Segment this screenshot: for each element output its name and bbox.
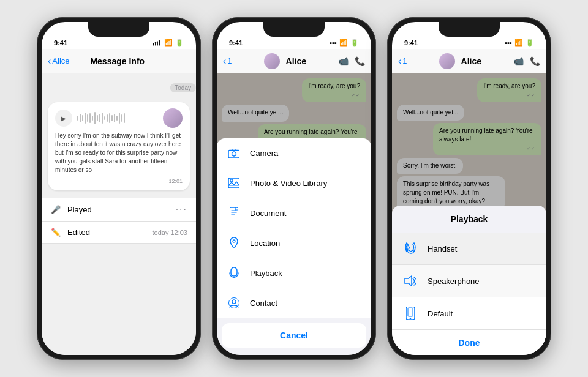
notch-2 bbox=[263, 22, 325, 37]
photo-icon bbox=[227, 176, 241, 190]
nav-title-2: Alice bbox=[286, 56, 306, 66]
signal-icon-3: ▪▪▪ bbox=[505, 39, 512, 47]
done-label: Done bbox=[459, 338, 480, 348]
action-camera[interactable]: Camera bbox=[217, 138, 371, 168]
nav-bar-2: ‹ 1 Alice 📹 📞 bbox=[217, 49, 371, 73]
info-section: 🎤 Played ··· ✏️ Edited today 12:03 bbox=[42, 198, 196, 244]
status-icons-3: ▪▪▪ 📶 🔋 bbox=[505, 39, 534, 47]
playback-handset[interactable]: Handset bbox=[392, 233, 546, 265]
back-count-3: 1 bbox=[402, 56, 407, 65]
notch-3 bbox=[439, 22, 500, 37]
status-icons-2: ▪▪▪ 📶 🔋 bbox=[330, 39, 359, 47]
camera-label: Camera bbox=[250, 149, 278, 158]
waveform bbox=[77, 111, 158, 125]
cancel-button[interactable]: Cancel bbox=[222, 323, 366, 348]
handset-icon bbox=[402, 240, 419, 257]
doc-label: Document bbox=[250, 209, 286, 218]
status-time-3: 9:41 bbox=[404, 39, 418, 47]
phone-3: 9:41 ▪▪▪ 📶 🔋 ‹ 1 Alice 📹 📞 bbox=[387, 17, 551, 360]
contact-label: Contact bbox=[250, 299, 277, 308]
mic-icon: 🎤 bbox=[50, 205, 61, 214]
video-icon-3[interactable]: 📹 bbox=[513, 56, 524, 66]
speakerphone-label: Speakerphone bbox=[428, 277, 537, 286]
nav-bar-3: ‹ 1 Alice 📹 📞 bbox=[392, 49, 546, 73]
location-label: Location bbox=[250, 239, 280, 248]
chat-bg-3: I'm ready, are you? ✓✓ Well...not quite … bbox=[392, 73, 546, 355]
playback-title-text: Playback bbox=[451, 214, 488, 224]
playback-sheet: Playback Handset Speakerph bbox=[392, 206, 546, 355]
screen1-body: Today ▶ bbox=[42, 73, 196, 355]
handset-label: Handset bbox=[428, 244, 537, 253]
video-icon-2[interactable]: 📹 bbox=[338, 56, 349, 66]
svg-point-9 bbox=[230, 179, 233, 182]
play-button[interactable]: ▶ bbox=[55, 110, 72, 127]
battery-icon-3: 🔋 bbox=[526, 39, 534, 47]
action-playback[interactable]: Playback bbox=[217, 258, 371, 288]
back-count: 1 bbox=[227, 56, 232, 65]
playback-overlay: Playback Handset Speakerph bbox=[392, 73, 546, 355]
camera-icon bbox=[227, 146, 241, 160]
cancel-label: Cancel bbox=[280, 330, 308, 340]
edited-time: today 12:03 bbox=[153, 229, 188, 236]
pencil-icon: ✏️ bbox=[50, 228, 61, 237]
nav-title-3: Alice bbox=[461, 56, 481, 66]
svg-point-11 bbox=[233, 240, 235, 242]
signal-icon-2: ▪▪▪ bbox=[330, 39, 337, 47]
message-time: 12:01 bbox=[55, 178, 183, 184]
default-phone-icon bbox=[402, 305, 419, 322]
alice-avatar-2 bbox=[264, 53, 280, 69]
doc-icon bbox=[227, 206, 241, 220]
nav-back-2[interactable]: ‹ 1 bbox=[223, 56, 232, 67]
playback-label: Playback bbox=[250, 269, 282, 278]
nav-icons-2: 📹 📞 bbox=[338, 56, 365, 66]
playback-speakerphone[interactable]: Speakerphone bbox=[392, 265, 546, 297]
status-time-2: 9:41 bbox=[229, 39, 243, 47]
voice-bubble: ▶ bbox=[48, 102, 190, 190]
back-label: Alice bbox=[52, 56, 69, 65]
action-doc[interactable]: Document bbox=[217, 198, 371, 228]
nav-back-alice[interactable]: ‹ Alice bbox=[48, 56, 70, 67]
svg-marker-8 bbox=[228, 182, 239, 185]
battery-icon-2: 🔋 bbox=[350, 39, 359, 47]
voice-transcript: Hey sorry I'm on the subway now I think … bbox=[55, 132, 183, 174]
phone-icon-3[interactable]: 📞 bbox=[530, 56, 540, 66]
notch-1 bbox=[88, 22, 149, 37]
svg-rect-3 bbox=[159, 40, 160, 45]
nav-icons-3: 📹 📞 bbox=[513, 56, 540, 66]
wifi-icon-2: 📶 bbox=[339, 39, 348, 47]
signal-icon bbox=[153, 40, 162, 46]
svg-rect-1 bbox=[155, 42, 156, 45]
action-photo[interactable]: Photo & Video Library bbox=[217, 168, 371, 198]
back-chevron-icon: ‹ bbox=[48, 56, 51, 67]
voice-header: ▶ bbox=[55, 108, 183, 128]
svg-rect-2 bbox=[157, 41, 158, 45]
action-contact[interactable]: Contact bbox=[217, 288, 371, 318]
done-button[interactable]: Done bbox=[392, 330, 546, 355]
nav-bar-1: ‹ Alice Message Info bbox=[42, 49, 196, 73]
date-badge: Today bbox=[170, 83, 196, 92]
nav-back-3[interactable]: ‹ 1 bbox=[398, 56, 407, 67]
back-chevron-icon-3: ‹ bbox=[398, 56, 401, 67]
location-icon bbox=[227, 236, 241, 250]
playback-default[interactable]: Default bbox=[392, 297, 546, 330]
wifi-icon-3: 📶 bbox=[514, 39, 523, 47]
playback-icon bbox=[227, 266, 241, 280]
playback-title: Playback bbox=[392, 206, 546, 233]
svg-point-15 bbox=[232, 300, 236, 304]
svg-point-5 bbox=[232, 152, 236, 156]
svg-rect-18 bbox=[408, 308, 413, 316]
chat-bg-2: I'm ready, are you? ✓✓ Well...not quite … bbox=[217, 73, 371, 355]
action-sheet-overlay: Camera Photo & Video Library bbox=[217, 73, 371, 355]
edited-row: ✏️ Edited today 12:03 bbox=[42, 222, 196, 244]
svg-point-19 bbox=[410, 318, 411, 319]
back-chevron-icon-2: ‹ bbox=[223, 56, 226, 67]
action-location[interactable]: Location bbox=[217, 228, 371, 258]
speakerphone-icon bbox=[402, 272, 419, 289]
contact-icon bbox=[227, 296, 241, 310]
svg-marker-16 bbox=[405, 276, 412, 286]
nav-title-1: Message Info bbox=[70, 56, 165, 66]
status-time-1: 9:41 bbox=[54, 39, 67, 47]
default-label: Default bbox=[428, 309, 537, 318]
phone-icon-2[interactable]: 📞 bbox=[355, 56, 365, 66]
phone-2: 9:41 ▪▪▪ 📶 🔋 ‹ 1 Alice 📹 📞 bbox=[212, 17, 376, 360]
